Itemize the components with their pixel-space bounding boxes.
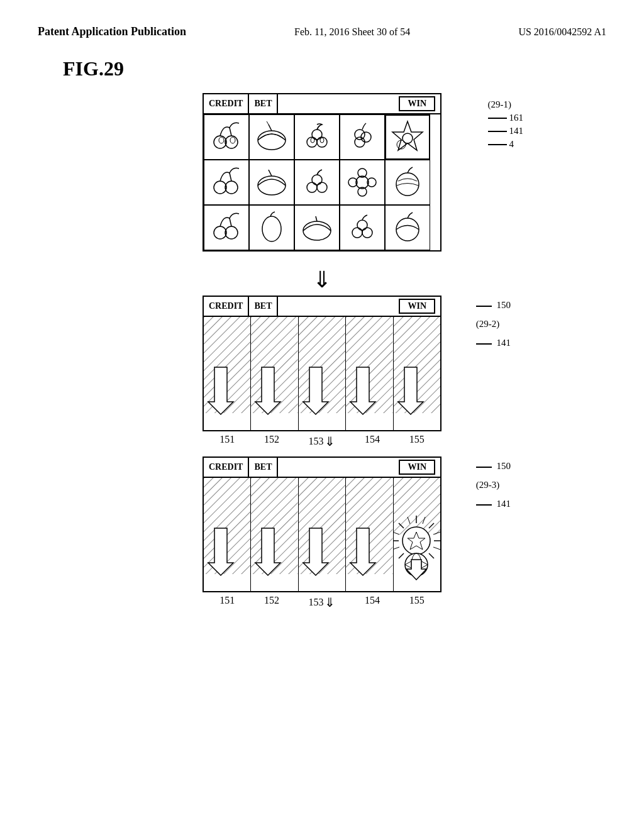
svg-point-3 — [230, 137, 235, 143]
win-label-3: WIN — [399, 460, 435, 475]
publication-label: Patent Application Publication — [38, 25, 186, 38]
svg-point-32 — [225, 226, 238, 239]
credit-bet-area-3: CREDIT BET — [204, 458, 278, 477]
svg-line-83 — [394, 547, 399, 550]
reel-cell-3-2 — [249, 205, 294, 250]
patent-number-label: US 2016/0042592 A1 — [518, 26, 606, 38]
scrolling-reels-3 — [204, 478, 440, 591]
reel-151 — [204, 317, 251, 430]
win-label-1: WIN — [399, 96, 435, 111]
reel-num-153: 153⇓ — [308, 434, 335, 449]
strawberry-icon — [343, 118, 381, 156]
reel-3-153 — [299, 478, 346, 591]
svg-point-24 — [312, 175, 322, 185]
reel-3-154 — [346, 478, 393, 591]
credit-bet-area-2: CREDIT BET — [204, 297, 278, 316]
date-sheet-label: Feb. 11, 2016 Sheet 30 of 54 — [294, 26, 410, 38]
svg-line-75 — [399, 553, 404, 558]
transition-arrow-1: ⇓ — [313, 267, 331, 293]
grapes-icon-2 — [298, 163, 336, 201]
slot-header-1: CREDIT BET WIN — [204, 94, 440, 114]
label-150-3: 150 — [476, 456, 511, 475]
svg-point-10 — [311, 138, 314, 143]
svg-point-16 — [402, 133, 413, 143]
svg-point-14 — [355, 130, 365, 140]
reel-numbers-2: 151 152 153⇓ 154 155 — [203, 434, 441, 449]
slot-header-2: CREDIT BET WIN — [204, 297, 440, 317]
content-area: CREDIT BET WIN — [0, 93, 644, 612]
figure-label: FIG.29 — [63, 57, 644, 80]
reel-154 — [346, 317, 393, 430]
reel-row-2 — [204, 160, 440, 205]
reel-153 — [299, 317, 346, 430]
reel-cell-1-5 — [385, 114, 430, 160]
bet-label-1: BET — [249, 94, 277, 113]
reel-cell-2-3 — [294, 160, 340, 205]
reel-cell-3-5 — [385, 205, 430, 250]
panel-1-side-labels: (29-1) 161 141 4 — [488, 99, 524, 152]
svg-line-21 — [269, 170, 272, 176]
svg-point-11 — [320, 138, 324, 143]
melon-slice-icon — [298, 209, 336, 246]
panel-29-3: CREDIT BET WIN — [203, 456, 441, 610]
svg-point-33 — [262, 216, 281, 241]
lemon-icon — [253, 209, 291, 246]
reel-cell-2-2 — [249, 160, 294, 205]
reel-3-152 — [251, 478, 298, 591]
svg-point-36 — [352, 228, 362, 238]
reel-cell-1-3 — [294, 114, 340, 160]
label-141-3: 141 — [476, 494, 511, 513]
star-melon-icon — [389, 118, 426, 156]
svg-line-5 — [269, 124, 272, 131]
panel-3-side-labels: 150 (29-3) 141 — [476, 456, 511, 513]
flower-icon — [343, 163, 381, 201]
slot-header-3: CREDIT BET WIN — [204, 458, 440, 478]
label-4: 4 — [488, 139, 524, 150]
slot-panel-2: CREDIT BET WIN — [203, 296, 441, 431]
svg-line-73 — [429, 553, 434, 558]
cherry-icon — [208, 118, 245, 156]
svg-line-80 — [433, 547, 440, 550]
grapes-icon-3 — [343, 209, 381, 246]
melon-icon-2 — [253, 163, 291, 201]
label-29-3: (29-3) — [476, 475, 511, 494]
cherry-icon-3 — [208, 209, 245, 246]
svg-point-7 — [307, 137, 317, 147]
label-29-1: (29-1) — [488, 99, 524, 110]
label-150-2: 150 — [476, 296, 511, 314]
reel-num-3-155: 155 — [409, 595, 425, 610]
reel-cell-1-2 — [249, 114, 294, 160]
slot-panel-3: CREDIT BET WIN — [203, 456, 441, 592]
label-141: 141 — [488, 126, 524, 136]
melon-icon — [253, 118, 291, 156]
svg-point-23 — [317, 182, 327, 192]
reel-3-151 — [204, 478, 251, 591]
credit-bet-area-1: CREDIT BET — [204, 94, 278, 113]
half-orange-icon — [389, 209, 426, 246]
credit-label-2: CREDIT — [204, 297, 249, 316]
svg-point-25 — [356, 176, 369, 189]
svg-point-31 — [214, 226, 226, 239]
reel-row-3 — [204, 205, 440, 250]
cherry-icon-2 — [208, 163, 245, 201]
svg-point-13 — [361, 132, 371, 142]
label-141-2: 141 — [476, 333, 511, 352]
scrolling-reels-2 — [204, 317, 440, 430]
orange-icon — [389, 163, 426, 201]
reel-3-155-burst — [394, 478, 440, 591]
reel-cell-2-1 — [204, 160, 249, 205]
panel-29-2: CREDIT BET WIN — [203, 296, 441, 449]
reel-cell-2-4 — [340, 160, 385, 205]
reel-num-151: 151 — [219, 434, 235, 449]
reel-num-155: 155 — [409, 434, 425, 449]
bet-label-3: BET — [249, 458, 277, 477]
reel-cell-1-1 — [204, 114, 249, 160]
page-header: Patent Application Publication Feb. 11, … — [0, 0, 644, 38]
svg-point-19 — [225, 181, 238, 194]
reel-cell-1-4 — [340, 114, 385, 160]
label-29-2: (29-2) — [476, 314, 511, 333]
reel-num-152: 152 — [264, 434, 279, 449]
reel-cell-2-5 — [385, 160, 430, 205]
svg-point-38 — [357, 220, 367, 230]
credit-label-3: CREDIT — [204, 458, 249, 477]
